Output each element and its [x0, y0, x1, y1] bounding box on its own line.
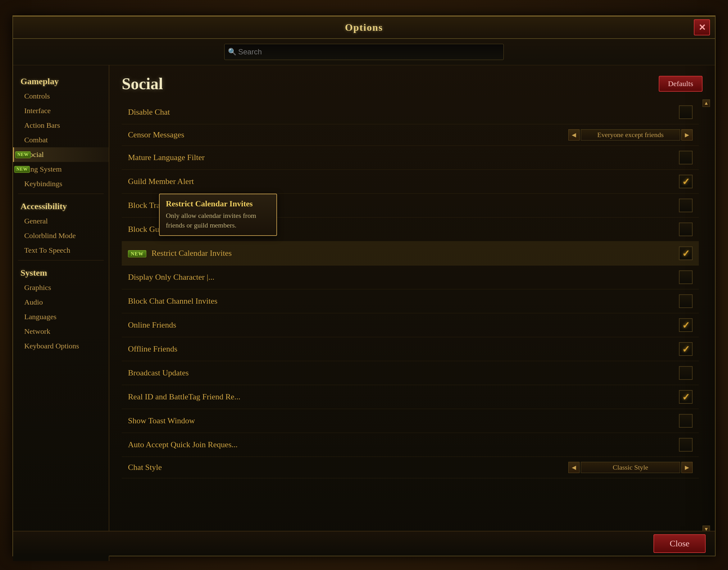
setting-row-offline-friends: Offline Friends [122, 337, 699, 361]
setting-row-broadcast-updates: Broadcast Updates [122, 361, 699, 385]
setting-label-censor-messages: Censor Messages [128, 130, 568, 139]
selector-value-censor: Everyone except friends [581, 129, 680, 140]
selector-next-censor[interactable]: ▶ [681, 129, 693, 140]
setting-label-display-character: Display Only Character |... [128, 273, 679, 282]
setting-label-show-toast: Show Toast Window [128, 416, 679, 425]
checkbox-offline-friends[interactable] [679, 342, 693, 356]
checkbox-block-chat-invites[interactable] [679, 294, 693, 308]
checkbox-restrict-calendar[interactable] [679, 247, 693, 260]
tooltip-title: Restrict Calendar Invites [166, 199, 270, 209]
sidebar-item-controls[interactable]: Controls [13, 89, 109, 103]
new-badge-ping: NEW [14, 166, 30, 173]
sidebar-item-general[interactable]: General [13, 214, 109, 229]
scroll-arrow-up[interactable]: ▲ [703, 99, 710, 107]
sidebar-item-network[interactable]: Network [13, 324, 109, 339]
sidebar-item-social[interactable]: NEW Social [13, 147, 109, 162]
sidebar-item-ping-system[interactable]: NEW Ping System [13, 162, 109, 177]
bottom-bar: Close [13, 531, 715, 556]
search-input[interactable] [224, 44, 504, 60]
setting-label-offline-friends: Offline Friends [128, 344, 679, 354]
new-badge-restrict-calendar: NEW [128, 250, 146, 257]
sidebar-item-audio[interactable]: Audio [13, 295, 109, 310]
tooltip-restrict-calendar: Restrict Calendar Invites Only allow cal… [159, 194, 277, 236]
sidebar-item-graphics[interactable]: Graphics [13, 280, 109, 295]
setting-row-mature-language: Mature Language Filter [122, 146, 699, 170]
setting-row-restrict-calendar: NEW Restrict Calendar Invites [122, 242, 699, 265]
sidebar-item-combat[interactable]: Combat [13, 133, 109, 147]
checkbox-real-id[interactable] [679, 390, 693, 404]
setting-row-guild-member-alert: Guild Member Alert [122, 170, 699, 194]
title-close-button[interactable]: ✕ [694, 19, 710, 35]
sidebar-item-colorblind-mode[interactable]: Colorblind Mode [13, 229, 109, 243]
setting-label-mature-language: Mature Language Filter [128, 153, 679, 162]
setting-label-guild-member-alert: Guild Member Alert [128, 177, 679, 186]
setting-label-disable-chat: Disable Chat [128, 107, 679, 117]
setting-row-auto-accept: Auto Accept Quick Join Reques... [122, 433, 699, 457]
setting-label-auto-accept: Auto Accept Quick Join Reques... [128, 440, 679, 450]
setting-row-block-trades: Block Trades Restrict Calendar Invites O… [122, 194, 699, 218]
setting-row-real-id: Real ID and BattleTag Friend Re... [122, 385, 699, 409]
checkbox-online-friends[interactable] [679, 318, 693, 332]
gameplay-header: Gameplay [13, 71, 109, 89]
sidebar-item-keyboard-options[interactable]: Keyboard Options [13, 339, 109, 353]
panel-header: Social Defaults [122, 75, 703, 93]
content-area: Gameplay Controls Interface Action Bars … [13, 65, 715, 561]
checkbox-disable-chat[interactable] [679, 105, 693, 119]
checkbox-auto-accept[interactable] [679, 438, 693, 452]
setting-row-block-chat-invites: Block Chat Channel Invites [122, 289, 699, 313]
selector-prev-censor[interactable]: ◀ [568, 129, 580, 140]
defaults-button[interactable]: Defaults [659, 76, 703, 92]
search-icon: 🔍 [228, 48, 236, 56]
close-main-button[interactable]: Close [653, 534, 706, 553]
divider-1 [18, 194, 104, 194]
tooltip-text: Only allow calendar invites from friends… [166, 211, 270, 230]
title-bar: Options ✕ [13, 16, 715, 39]
dialog-title: Options [345, 22, 383, 33]
setting-row-show-toast: Show Toast Window [122, 409, 699, 433]
selector-chat-style: ◀ Classic Style ▶ [568, 462, 693, 473]
selector-value-chat-style: Classic Style [581, 462, 680, 473]
settings-list: Disable Chat Censor Messages ◀ Everyone … [122, 100, 703, 550]
setting-label-restrict-calendar: NEW Restrict Calendar Invites [128, 249, 679, 258]
checkbox-guild-member-alert[interactable] [679, 175, 693, 188]
system-header: System [13, 263, 109, 280]
new-badge-social: NEW [15, 152, 31, 158]
accessibility-header: Accessibility [13, 197, 109, 214]
main-panel: Social Defaults ▲ Disable Chat Censor Me… [109, 65, 715, 561]
setting-label-online-friends: Online Friends [128, 320, 679, 330]
search-bar-container: 🔍 [13, 39, 715, 65]
selector-prev-chat-style[interactable]: ◀ [568, 462, 580, 473]
setting-label-block-chat-invites: Block Chat Channel Invites [128, 296, 679, 306]
checkbox-mature-language[interactable] [679, 151, 693, 165]
checkbox-display-character[interactable] [679, 270, 693, 284]
setting-row-online-friends: Online Friends [122, 313, 699, 337]
sidebar-item-text-to-speech[interactable]: Text To Speech [13, 243, 109, 258]
panel-title: Social [122, 75, 163, 93]
selector-next-chat-style[interactable]: ▶ [681, 462, 693, 473]
sidebar-item-action-bars[interactable]: Action Bars [13, 118, 109, 133]
checkbox-block-guild-invites[interactable] [679, 223, 693, 236]
sidebar-item-languages[interactable]: Languages [13, 310, 109, 324]
setting-row-chat-style: Chat Style ◀ Classic Style ▶ [122, 457, 699, 478]
divider-2 [18, 260, 104, 260]
setting-label-chat-style: Chat Style [128, 463, 568, 472]
checkbox-broadcast-updates[interactable] [679, 366, 693, 380]
search-wrapper: 🔍 [224, 44, 504, 60]
options-dialog: Options ✕ 🔍 Gameplay Controls Interface … [12, 16, 716, 556]
setting-row-display-character: Display Only Character |... [122, 265, 699, 289]
setting-row-censor-messages: Censor Messages ◀ Everyone except friend… [122, 124, 699, 146]
selector-censor-messages: ◀ Everyone except friends ▶ [568, 129, 693, 140]
checkbox-block-trades[interactable] [679, 199, 693, 212]
sidebar-item-keybindings[interactable]: Keybindings [13, 177, 109, 191]
sidebar-item-interface[interactable]: Interface [13, 103, 109, 118]
setting-row-disable-chat: Disable Chat [122, 100, 699, 124]
setting-label-real-id: Real ID and BattleTag Friend Re... [128, 392, 679, 401]
setting-label-broadcast-updates: Broadcast Updates [128, 368, 679, 378]
checkbox-show-toast[interactable] [679, 414, 693, 428]
sidebar: Gameplay Controls Interface Action Bars … [13, 65, 109, 561]
